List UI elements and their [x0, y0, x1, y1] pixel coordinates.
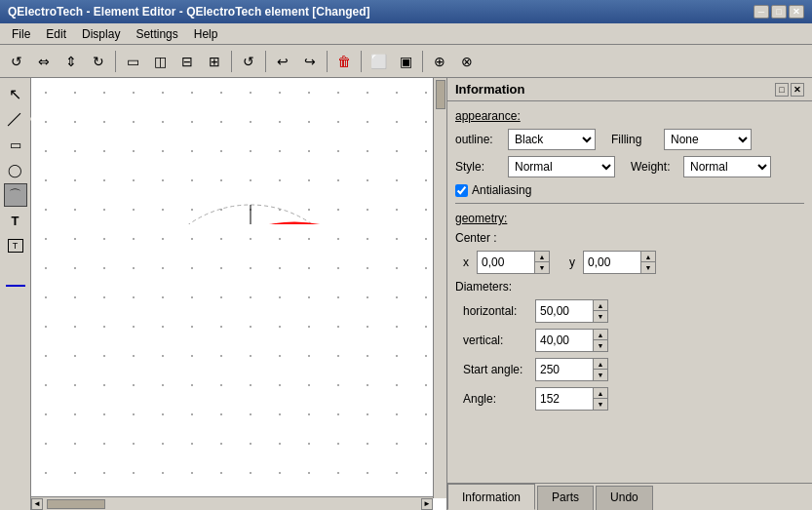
canvas-area: ◄ ►: [31, 78, 446, 510]
title-text: QElectroTech - Element Editor - QElectro…: [8, 5, 370, 19]
x-spin-up[interactable]: ▲: [535, 252, 549, 262]
horizontal-spin-up[interactable]: ▲: [594, 300, 607, 311]
horizontal-spinner-buttons: ▲ ▼: [593, 300, 607, 322]
horizontal-row: horizontal: ▲ ▼: [455, 299, 804, 323]
startangle-spin-up[interactable]: ▲: [594, 359, 607, 370]
startangle-spinner-buttons: ▲ ▼: [593, 359, 607, 380]
toolbar-rotate-right[interactable]: ↻: [86, 49, 111, 74]
toolbar-save[interactable]: ⊟: [174, 49, 200, 74]
menu-file[interactable]: File: [4, 25, 38, 43]
menu-help[interactable]: Help: [186, 25, 226, 43]
startangle-label: Start angle:: [463, 363, 531, 376]
startangle-input[interactable]: [536, 359, 593, 380]
geometry-section-label[interactable]: geometry:: [455, 212, 804, 225]
sep5: [361, 51, 362, 72]
outline-select[interactable]: Black White Red: [508, 129, 596, 150]
menu-bar: File Edit Display Settings Help: [0, 23, 812, 45]
antialiasing-row: Antialiasing: [455, 183, 804, 197]
arc-shape[interactable]: [162, 223, 324, 224]
center-label: Center :: [455, 231, 514, 245]
tool-arc[interactable]: ⌒: [4, 183, 27, 207]
angle-label: Angle:: [463, 392, 531, 406]
tool-text[interactable]: T: [4, 209, 27, 232]
sep1: [115, 51, 116, 72]
startangle-spinner: ▲ ▼: [535, 358, 608, 381]
panel-close-button[interactable]: ✕: [791, 83, 804, 97]
antialiasing-checkbox[interactable]: [455, 184, 468, 197]
sep6: [422, 51, 423, 72]
tool-indicator: [6, 267, 25, 287]
toolbar-refresh[interactable]: ↺: [236, 49, 261, 74]
antialiasing-label[interactable]: Antialiasing: [472, 183, 531, 197]
toolbar-rotate-left[interactable]: ↺: [4, 49, 29, 74]
toolbar-select-all[interactable]: ▣: [393, 49, 418, 74]
vertical-input[interactable]: [536, 330, 593, 351]
appearance-section-label[interactable]: appearance:: [455, 109, 804, 123]
tab-information[interactable]: Information: [447, 484, 535, 510]
angle-input[interactable]: [536, 388, 593, 410]
scroll-left[interactable]: ◄: [31, 498, 43, 510]
angle-spin-down[interactable]: ▼: [594, 399, 607, 410]
outline-row: outline: Black White Red Filling None Bl…: [455, 129, 804, 150]
y-input[interactable]: [584, 252, 640, 273]
horizontal-spin-down[interactable]: ▼: [594, 311, 607, 322]
startangle-row: Start angle: ▲ ▼: [455, 358, 804, 381]
angle-row: Angle: ▲ ▼: [455, 387, 804, 411]
scrollbar-vertical[interactable]: [433, 78, 446, 498]
angle-spin-up[interactable]: ▲: [594, 388, 607, 399]
tab-parts[interactable]: Parts: [537, 486, 594, 510]
diameters-label: Diameters:: [455, 280, 512, 294]
weight-select[interactable]: Normal Bold: [683, 156, 771, 177]
weight-label: Weight:: [631, 160, 679, 174]
tool-textfield[interactable]: T: [4, 234, 27, 257]
y-spin-up[interactable]: ▲: [641, 252, 655, 262]
tool-rectangle[interactable]: ▭: [4, 133, 27, 156]
y-spinner-buttons: ▲ ▼: [640, 252, 655, 273]
xy-row: x ▲ ▼ y ▲ ▼: [455, 251, 804, 274]
toolbar-select-rect[interactable]: ⬜: [366, 49, 391, 74]
minimize-button[interactable]: ─: [754, 5, 769, 19]
x-spinner-buttons: ▲ ▼: [534, 252, 549, 273]
sep3: [265, 51, 266, 72]
x-input[interactable]: [478, 252, 534, 273]
vertical-row: vertical: ▲ ▼: [455, 329, 804, 352]
toolbar-open[interactable]: ◫: [147, 49, 173, 74]
filling-select[interactable]: None Black: [664, 129, 752, 150]
toolbar-mirror-v[interactable]: ⇕: [58, 49, 84, 74]
panel-title: Information: [455, 82, 525, 97]
panel-restore-button[interactable]: □: [775, 83, 789, 97]
startangle-spin-down[interactable]: ▼: [594, 370, 607, 380]
toolbar-new[interactable]: ▭: [120, 49, 145, 74]
toolbar-delete[interactable]: 🗑: [331, 49, 357, 74]
horizontal-input[interactable]: [536, 300, 593, 322]
vertical-spin-down[interactable]: ▼: [594, 340, 607, 351]
toolbar-redo[interactable]: ↪: [297, 49, 323, 74]
sep2: [231, 51, 232, 72]
toolbar-saveas[interactable]: ⊞: [202, 49, 227, 74]
left-toolbar: ↖ │ ▭ ◯ ⌒ T T: [0, 78, 31, 510]
toolbar-zoom-in[interactable]: ⊕: [427, 49, 452, 74]
y-label: y: [569, 255, 575, 269]
menu-edit[interactable]: Edit: [38, 25, 74, 43]
y-spin-down[interactable]: ▼: [641, 262, 655, 273]
vertical-spin-up[interactable]: ▲: [594, 330, 607, 340]
close-button[interactable]: ✕: [789, 5, 804, 19]
horizontal-spinner: ▲ ▼: [535, 299, 608, 323]
scrollbar-horizontal[interactable]: ◄ ►: [31, 496, 433, 510]
toolbar-zoom-out[interactable]: ⊗: [454, 49, 480, 74]
toolbar-mirror-h[interactable]: ⇔: [31, 49, 57, 74]
maximize-button[interactable]: □: [771, 5, 787, 19]
tool-line[interactable]: │: [0, 102, 31, 136]
panel-header-buttons: □ ✕: [775, 83, 804, 97]
menu-display[interactable]: Display: [74, 25, 128, 43]
window-controls: ─ □ ✕: [754, 5, 804, 19]
style-row: Style: Normal Dashed Weight: Normal Bold: [455, 156, 804, 177]
scroll-right[interactable]: ►: [421, 498, 433, 510]
tab-undo[interactable]: Undo: [596, 486, 653, 510]
menu-settings[interactable]: Settings: [128, 25, 185, 43]
toolbar-undo[interactable]: ↩: [270, 49, 295, 74]
style-select[interactable]: Normal Dashed: [508, 156, 615, 177]
tool-ellipse[interactable]: ◯: [4, 158, 27, 181]
scroll-thumb-h[interactable]: [47, 499, 105, 509]
x-spin-down[interactable]: ▼: [535, 262, 549, 273]
